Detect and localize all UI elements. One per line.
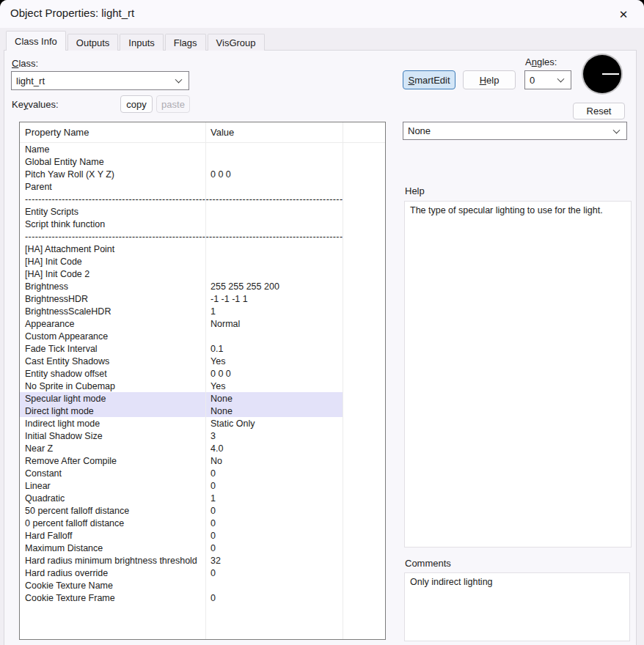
tab-class-info[interactable]: Class Info [6, 31, 66, 51]
table-row[interactable]: 0 percent falloff distance0 [20, 517, 385, 529]
property-value-cell: 255 255 255 200 [205, 281, 343, 292]
table-row[interactable]: ----------------------------------------… [20, 230, 385, 243]
smartedit-button[interactable]: SmartEdit [403, 70, 455, 89]
table-row[interactable] [20, 604, 385, 616]
property-name-cell: Entity Scripts [20, 207, 205, 217]
property-value-cell: Yes [205, 356, 343, 366]
table-row[interactable]: Cookie Texture Name [20, 579, 385, 591]
close-icon[interactable]: ✕ [613, 5, 634, 24]
table-row[interactable]: Near Z4.0 [20, 442, 385, 454]
tab-visgroup[interactable]: VisGroup [208, 34, 265, 51]
property-value-cell: 3 [205, 431, 343, 441]
table-row[interactable]: [HA] Init Code 2 [20, 268, 385, 280]
table-row[interactable] [20, 629, 385, 640]
property-value-cell: Yes [205, 381, 343, 391]
table-row[interactable]: Remove After CompileNo [20, 454, 385, 467]
property-value-cell: 0 [205, 468, 343, 479]
window-title: Object Properties: light_rt [10, 7, 134, 19]
property-value-cell: Static Only [205, 419, 343, 429]
tab-strip: Class Info Outputs Inputs Flags VisGroup [6, 31, 266, 51]
table-row[interactable]: Entity shadow offset0 0 0 [20, 367, 385, 380]
tab-outputs[interactable]: Outputs [67, 34, 119, 51]
table-row[interactable]: AppearanceNormal [20, 317, 385, 330]
angle-dial[interactable] [582, 54, 622, 94]
class-info-page: Class: light_rt Keyvalues: copy paste Pr… [4, 50, 637, 645]
table-row[interactable]: Pitch Yaw Roll (X Y Z)0 0 0 [20, 168, 385, 180]
help-panel-label: Help [405, 185, 425, 196]
property-name-cell: Quadratic [20, 493, 205, 504]
table-row[interactable]: Hard radius minimum brightness threshold… [20, 554, 385, 567]
chevron-down-icon [557, 75, 565, 83]
table-row[interactable]: Cast Entity ShadowsYes [20, 355, 385, 367]
table-row[interactable]: ----------------------------------------… [20, 193, 385, 205]
help-button[interactable]: Help [463, 70, 516, 89]
table-row[interactable]: 50 percent falloff distance0 [20, 504, 385, 517]
property-value-cell: 0 [205, 481, 343, 491]
table-row[interactable]: Hard radius override0 [20, 567, 385, 579]
property-name-cell: Initial Shadow Size [20, 431, 205, 441]
table-row[interactable]: Hard Falloff0 [20, 529, 385, 542]
table-row[interactable]: Name [20, 143, 385, 155]
table-row[interactable]: [HA] Init Code [20, 255, 385, 268]
tab-inputs[interactable]: Inputs [120, 34, 163, 51]
property-name-cell: Global Entity Name [20, 157, 205, 167]
table-row[interactable]: Script think function [20, 218, 385, 230]
class-combobox[interactable]: light_rt [11, 71, 189, 90]
property-value-cell: None [205, 405, 343, 417]
property-value-cell: 0 0 0 [205, 169, 343, 180]
property-name-cell: Parent [20, 182, 205, 192]
property-name-cell: No Sprite in Cubemap [20, 381, 205, 391]
comments-text-box[interactable]: Only indirect lighting [404, 572, 630, 641]
property-name-cell: Constant [20, 468, 205, 479]
table-row[interactable]: [HA] Attachment Point [20, 243, 385, 255]
property-value-cell: No [205, 456, 343, 466]
property-name-cell: Custom Appearance [20, 331, 205, 342]
property-name-cell: Linear [20, 481, 205, 491]
angle-direction-line [602, 73, 619, 75]
table-row[interactable]: Global Entity Name [20, 155, 385, 168]
table-row[interactable]: BrightnessScaleHDR1 [20, 305, 385, 317]
property-name-cell: Indirect light mode [20, 419, 205, 429]
comments-label: Comments [405, 558, 451, 569]
table-row[interactable]: Fade Tick Interval0.1 [20, 342, 385, 355]
property-value-cell: 0 [205, 568, 343, 578]
property-name-cell: 50 percent falloff distance [20, 506, 205, 516]
property-value-cell: 4.0 [205, 443, 343, 454]
header-value: Value [205, 127, 343, 138]
table-row[interactable]: Linear0 [20, 479, 385, 492]
table-row[interactable]: Quadratic1 [20, 492, 385, 504]
table-row[interactable]: Maximum Distance0 [20, 542, 385, 554]
table-row[interactable]: Specular light modeNone [20, 392, 385, 405]
table-row[interactable]: Constant0 [20, 467, 385, 479]
table-row[interactable]: Indirect light modeStatic Only [20, 417, 385, 430]
property-name-cell: Maximum Distance [20, 543, 205, 553]
value-combobox[interactable]: None [403, 122, 627, 140]
property-name-cell: BrightnessScaleHDR [20, 306, 205, 317]
property-name-cell: Remove After Compile [20, 456, 205, 466]
paste-button[interactable]: paste [156, 95, 190, 113]
table-row[interactable]: Parent [20, 180, 385, 193]
chevron-down-icon [175, 76, 183, 84]
table-row[interactable]: Entity Scripts [20, 205, 385, 218]
property-value-cell: -1 -1 -1 1 [205, 294, 343, 304]
table-row[interactable]: No Sprite in CubemapYes [20, 380, 385, 392]
property-value-cell: 0 [205, 518, 343, 528]
table-row[interactable] [20, 616, 385, 629]
table-row[interactable]: Cookie Texture Frame0 [20, 591, 385, 604]
table-row[interactable]: BrightnessHDR-1 -1 -1 1 [20, 292, 385, 305]
title-bar: Object Properties: light_rt ✕ [0, 0, 644, 28]
table-row[interactable]: Initial Shadow Size3 [20, 430, 385, 442]
tab-flags[interactable]: Flags [165, 34, 206, 51]
keyvalues-label: Keyvalues: [12, 99, 59, 110]
table-row[interactable]: Custom Appearance [20, 330, 385, 342]
copy-button[interactable]: copy [120, 95, 153, 113]
property-name-cell: 0 percent falloff distance [20, 518, 205, 528]
angles-combobox[interactable]: 0 [524, 70, 571, 89]
property-name-cell: [HA] Attachment Point [20, 244, 205, 254]
table-row[interactable]: Direct light modeNone [20, 405, 385, 417]
reset-button[interactable]: Reset [573, 103, 625, 119]
property-value-cell: 1 [205, 493, 343, 504]
table-row[interactable]: Brightness255 255 255 200 [20, 280, 385, 292]
property-table: Property Name Value NameGlobal Entity Na… [19, 122, 386, 640]
class-label: Class: [12, 58, 38, 69]
